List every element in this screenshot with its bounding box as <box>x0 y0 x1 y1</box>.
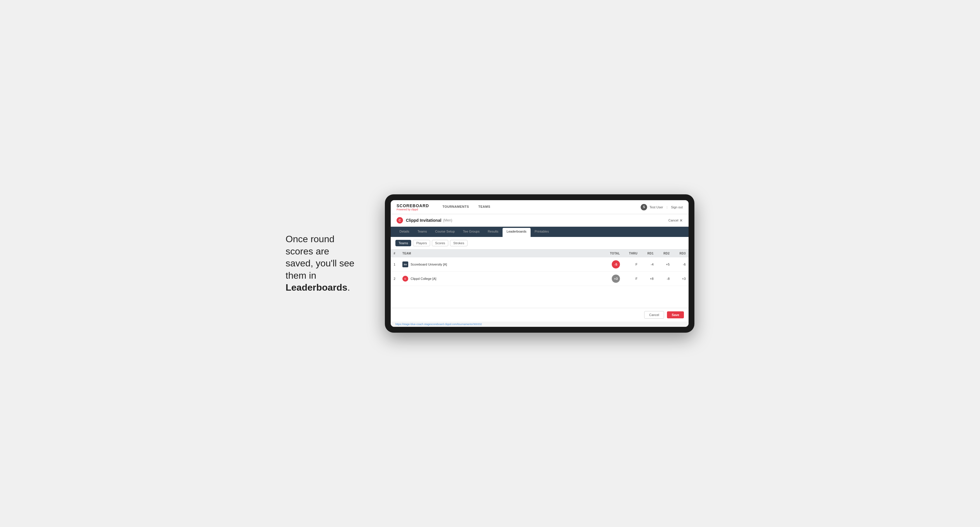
team-logo-1: C <box>402 276 408 282</box>
table-header-row: # TEAM TOTAL THRU RD1 RD2 RD3 <box>391 249 689 257</box>
tournament-icon: C <box>396 217 403 224</box>
user-name: Test User <box>649 205 663 209</box>
cell-rd2-0: +5 <box>657 257 673 271</box>
status-bar: https://stage-blue-coach.stagescoreboard… <box>391 322 689 327</box>
status-url: https://stage-blue-coach.stagescoreboard… <box>395 323 482 325</box>
nav-divider: | <box>667 205 668 209</box>
col-header-rd2: RD2 <box>657 249 673 257</box>
sign-out-link[interactable]: Sign out <box>671 205 683 209</box>
col-header-thru: THRU <box>623 249 640 257</box>
col-header-total: TOTAL <box>603 249 623 257</box>
table-row: 2 C Clippd College [A] +3 F +8 -8 +3 <box>391 271 689 286</box>
team-name-1: Clippd College [A] <box>410 277 436 281</box>
sidebar-period: . <box>347 282 350 293</box>
filter-strokes-button[interactable]: Strokes <box>450 240 467 246</box>
tournament-header: C Clippd Invitational (Men) Cancel ✕ <box>391 214 689 227</box>
tab-leaderboards[interactable]: Leaderboards <box>503 228 531 237</box>
cell-rd3-0: -6 <box>673 257 689 271</box>
tab-course-setup[interactable]: Course Setup <box>431 227 459 237</box>
top-nav: SCOREBOARD Powered by clippd TOURNAMENTS… <box>391 200 689 214</box>
cell-team-1: C Clippd College [A] <box>399 271 603 286</box>
filter-players-button[interactable]: Players <box>413 240 430 246</box>
sidebar-description: Once round scores are saved, you'll see … <box>286 233 368 294</box>
sidebar-line1: Once round <box>286 234 334 244</box>
sub-nav: Details Teams Course Setup Tee Groups Re… <box>391 227 689 237</box>
tournament-subtitle: (Men) <box>443 218 452 222</box>
tab-details[interactable]: Details <box>395 227 414 237</box>
leaderboard-table-container: # TEAM TOTAL THRU RD1 RD2 RD3 1 SU <box>391 249 689 308</box>
logo-powered: Powered by clippd <box>396 208 429 211</box>
col-header-rd1: RD1 <box>640 249 657 257</box>
nav-right: S Test User | Sign out <box>641 204 683 210</box>
user-avatar: S <box>641 204 647 210</box>
sidebar-line3: saved, you'll see <box>286 258 355 268</box>
logo-scoreboard: SCOREBOARD <box>396 203 429 208</box>
cell-rd2-1: -8 <box>657 271 673 286</box>
cell-rd3-1: +3 <box>673 271 689 286</box>
tournament-cancel-button[interactable]: Cancel ✕ <box>668 218 683 223</box>
filter-teams-button[interactable]: Teams <box>395 240 411 246</box>
cell-rd1-1: +8 <box>640 271 657 286</box>
cell-rank-0: 1 <box>391 257 399 271</box>
leaderboard-table: # TEAM TOTAL THRU RD1 RD2 RD3 1 SU <box>391 249 689 286</box>
cell-total-1: +3 <box>603 271 623 286</box>
col-header-rank: # <box>391 249 399 257</box>
sidebar-line4: them in <box>286 270 316 281</box>
score-badge-0: -5 <box>612 260 620 268</box>
tab-printables[interactable]: Printables <box>531 227 553 237</box>
cell-thru-1: F <box>623 271 640 286</box>
filter-bar: Teams Players Scores Strokes <box>391 237 689 249</box>
tablet-screen: SCOREBOARD Powered by clippd TOURNAMENTS… <box>391 200 689 327</box>
sidebar-line2: scores are <box>286 246 329 257</box>
cell-rd1-0: -4 <box>640 257 657 271</box>
tab-results[interactable]: Results <box>484 227 503 237</box>
cell-total-0: -5 <box>603 257 623 271</box>
col-header-rd3: RD3 <box>673 249 689 257</box>
main-nav: TOURNAMENTS TEAMS <box>438 200 495 214</box>
table-row: 1 SU Scoreboard University [A] -5 F -4 +… <box>391 257 689 271</box>
sidebar-bold: Leaderboards <box>286 282 347 293</box>
tab-teams[interactable]: Teams <box>414 227 431 237</box>
footer-cancel-button[interactable]: Cancel <box>644 311 664 319</box>
logo-area: SCOREBOARD Powered by clippd <box>396 203 429 211</box>
cell-rank-1: 2 <box>391 271 399 286</box>
team-name-0: Scoreboard University [A] <box>410 263 447 266</box>
col-header-team: TEAM <box>399 249 603 257</box>
tab-tee-groups[interactable]: Tee Groups <box>459 227 484 237</box>
nav-tournaments[interactable]: TOURNAMENTS <box>438 200 474 214</box>
bottom-footer: Cancel Save <box>391 308 689 322</box>
tablet-frame: SCOREBOARD Powered by clippd TOURNAMENTS… <box>385 194 694 333</box>
tournament-title: Clippd Invitational <box>406 218 441 223</box>
score-badge-1: +3 <box>612 275 620 283</box>
filter-scores-button[interactable]: Scores <box>432 240 448 246</box>
leaderboard-tbody: 1 SU Scoreboard University [A] -5 F -4 +… <box>391 257 689 286</box>
footer-save-button[interactable]: Save <box>667 311 684 318</box>
team-logo-0: SU <box>402 262 408 267</box>
close-icon: ✕ <box>679 218 683 223</box>
cell-thru-0: F <box>623 257 640 271</box>
cell-team-0: SU Scoreboard University [A] <box>399 257 603 271</box>
nav-teams[interactable]: TEAMS <box>474 200 495 214</box>
